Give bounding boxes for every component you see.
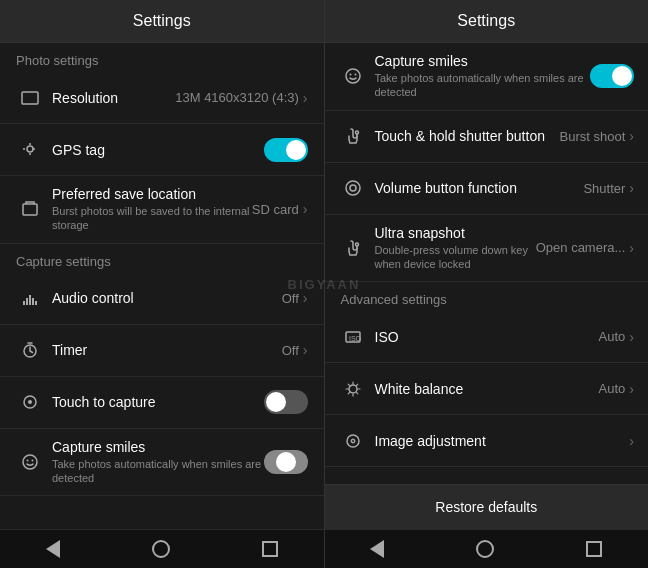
svg-point-23 <box>349 385 357 393</box>
svg-rect-3 <box>23 301 25 305</box>
left-section1-label: Photo settings <box>0 43 324 72</box>
svg-text:ISO: ISO <box>349 335 362 342</box>
white-balance-value: Auto <box>599 381 626 396</box>
ultra-snapshot-title: Ultra snapshot <box>375 225 536 241</box>
restore-defaults-button[interactable]: Restore defaults <box>325 484 649 529</box>
timer-item[interactable]: Timer Off › <box>0 325 324 377</box>
right-panel-title: Settings <box>325 0 649 43</box>
audio-control-value: Off <box>282 291 299 306</box>
right-home-button[interactable] <box>476 540 494 558</box>
image-adjustment-title: Image adjustment <box>375 433 626 449</box>
ultra-snapshot-value: Open camera... <box>536 240 626 255</box>
iso-item[interactable]: ISO ISO Auto › <box>325 311 649 363</box>
ultra-snapshot-content: Ultra snapshot Double-press volume down … <box>375 225 536 272</box>
touch-capture-item[interactable]: Touch to capture <box>0 377 324 429</box>
svg-point-16 <box>354 74 356 76</box>
capture-smiles-left-content: Capture smiles Take photos automatically… <box>52 439 264 486</box>
svg-point-12 <box>27 459 29 461</box>
svg-point-18 <box>346 181 360 195</box>
right-back-button[interactable] <box>370 540 384 558</box>
capture-smiles-right-title: Capture smiles <box>375 53 591 69</box>
audio-control-title: Audio control <box>52 290 282 306</box>
timer-content: Timer <box>52 342 282 358</box>
white-balance-title: White balance <box>375 381 599 397</box>
touch-hold-content: Touch & hold shutter button <box>375 128 560 144</box>
audio-control-icon <box>16 289 44 307</box>
iso-icon: ISO <box>339 328 367 346</box>
capture-smiles-right-toggle[interactable] <box>590 64 634 88</box>
timer-icon <box>16 341 44 359</box>
image-adjustment-item[interactable]: Image adjustment › <box>325 415 649 467</box>
svg-point-19 <box>350 185 356 191</box>
svg-point-10 <box>28 400 32 404</box>
white-balance-arrow: › <box>629 381 634 397</box>
touch-hold-value: Burst shoot <box>560 129 626 144</box>
svg-point-20 <box>355 243 358 246</box>
preferred-save-item[interactable]: Preferred save location Burst photos wil… <box>0 176 324 244</box>
svg-rect-0 <box>22 92 38 104</box>
touch-capture-toggle[interactable] <box>264 390 308 414</box>
capture-smiles-left-title: Capture smiles <box>52 439 264 455</box>
volume-btn-arrow: › <box>629 180 634 196</box>
svg-point-15 <box>349 74 351 76</box>
right-advanced-label: Advanced settings <box>325 282 649 311</box>
preferred-save-icon <box>16 200 44 218</box>
white-balance-content: White balance <box>375 381 599 397</box>
gps-tag-item[interactable]: GPS tag <box>0 124 324 176</box>
ultra-snapshot-item[interactable]: Ultra snapshot Double-press volume down … <box>325 215 649 283</box>
svg-rect-6 <box>32 298 34 305</box>
capture-smiles-left-subtitle: Take photos automatically when smiles ar… <box>52 457 264 486</box>
preferred-save-arrow: › <box>303 201 308 217</box>
audio-control-item[interactable]: Audio control Off › <box>0 273 324 325</box>
resolution-icon <box>16 89 44 107</box>
preferred-save-value: SD card <box>252 202 299 217</box>
left-panel-title: Settings <box>0 0 324 43</box>
capture-smiles-right-content: Capture smiles Take photos automatically… <box>375 53 591 100</box>
touch-capture-icon <box>16 393 44 411</box>
timer-arrow: › <box>303 342 308 358</box>
white-balance-item[interactable]: White balance Auto › <box>325 363 649 415</box>
timer-title: Timer <box>52 342 282 358</box>
audio-control-arrow: › <box>303 290 308 306</box>
left-settings-list: Photo settings Resolution 13M 4160x3120 … <box>0 43 324 529</box>
right-panel: Settings Capture smiles Take photos auto… <box>325 0 649 568</box>
volume-btn-title: Volume button function <box>375 180 584 196</box>
left-section2-label: Capture settings <box>0 244 324 273</box>
gps-toggle[interactable] <box>264 138 308 162</box>
touch-hold-item[interactable]: Touch & hold shutter button Burst shoot … <box>325 111 649 163</box>
gps-tag-title: GPS tag <box>52 142 264 158</box>
svg-rect-5 <box>29 295 31 305</box>
capture-smiles-left-item[interactable]: Capture smiles Take photos automatically… <box>0 429 324 497</box>
touch-hold-title: Touch & hold shutter button <box>375 128 560 144</box>
capture-smiles-right-icon <box>339 67 367 85</box>
volume-btn-content: Volume button function <box>375 180 584 196</box>
volume-btn-value: Shutter <box>583 181 625 196</box>
svg-point-25 <box>351 439 354 442</box>
svg-point-1 <box>27 146 33 152</box>
preferred-save-content: Preferred save location Burst photos wil… <box>52 186 252 233</box>
resolution-value: 13M 4160x3120 (4:3) <box>175 90 299 105</box>
image-adjustment-arrow: › <box>629 433 634 449</box>
right-recent-button[interactable] <box>586 541 602 557</box>
volume-btn-item[interactable]: Volume button function Shutter › <box>325 163 649 215</box>
left-recent-button[interactable] <box>262 541 278 557</box>
gps-icon <box>16 141 44 159</box>
capture-smiles-left-toggle[interactable] <box>264 450 308 474</box>
left-nav-bar <box>0 529 324 568</box>
svg-point-13 <box>32 459 34 461</box>
left-back-button[interactable] <box>46 540 60 558</box>
left-home-button[interactable] <box>152 540 170 558</box>
resolution-content: Resolution <box>52 90 175 106</box>
svg-point-14 <box>346 69 360 83</box>
right-nav-bar <box>325 529 649 568</box>
iso-title: ISO <box>375 329 599 345</box>
svg-rect-2 <box>23 204 37 215</box>
capture-smiles-right-item[interactable]: Capture smiles Take photos automatically… <box>325 43 649 111</box>
resolution-item[interactable]: Resolution 13M 4160x3120 (4:3) › <box>0 72 324 124</box>
preferred-save-title: Preferred save location <box>52 186 252 202</box>
capture-smiles-right-subtitle: Take photos automatically when smiles ar… <box>375 71 591 100</box>
audio-control-content: Audio control <box>52 290 282 306</box>
capture-smiles-left-icon <box>16 453 44 471</box>
image-adjustment-icon <box>339 432 367 450</box>
white-balance-icon <box>339 380 367 398</box>
